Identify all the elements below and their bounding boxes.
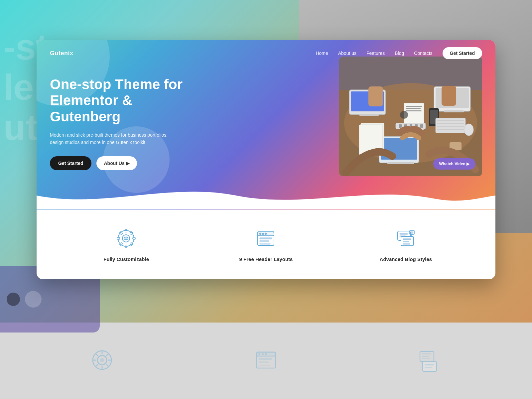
nav-contacts[interactable]: Contacts (414, 51, 432, 56)
feature-header-layouts: 9 Free Header Layouts (196, 220, 335, 269)
nav-features[interactable]: Features (366, 51, 385, 56)
svg-point-38 (400, 111, 408, 119)
svg-rect-78 (403, 239, 411, 240)
svg-rect-29 (387, 162, 414, 164)
feature-label-customizable: Fully Customizable (103, 256, 149, 262)
svg-rect-46 (368, 86, 383, 106)
navbar: Gutenix Home About us Features Blog Cont… (37, 40, 495, 66)
hero-image: Whatch Video ▶ (339, 57, 482, 176)
svg-rect-44 (420, 124, 423, 128)
features-section: Fully Customizable 9 Free Header La (37, 209, 495, 279)
bg-icon-blog (417, 347, 443, 375)
watch-video-button[interactable]: Whatch Video ▶ (433, 158, 475, 170)
feature-icon-blog (394, 227, 417, 250)
svg-point-72 (265, 233, 267, 235)
svg-rect-32 (406, 108, 421, 109)
svg-point-71 (262, 233, 264, 235)
nav-home[interactable]: Home (316, 51, 328, 56)
bg-overlay-circle (7, 293, 20, 306)
svg-point-7 (265, 353, 267, 355)
nav-about[interactable]: About us (338, 51, 356, 56)
svg-rect-15 (422, 353, 431, 354)
svg-rect-50 (437, 120, 464, 121)
hero-get-started-button[interactable]: Get Started (50, 156, 91, 170)
svg-rect-33 (406, 110, 422, 111)
svg-rect-82 (400, 236, 406, 237)
feature-blog-styles: Advanced Blog Styles (336, 220, 475, 269)
svg-rect-52 (437, 126, 464, 127)
svg-point-5 (258, 353, 260, 355)
svg-rect-83 (411, 232, 413, 232)
svg-rect-51 (437, 123, 464, 124)
svg-rect-74 (260, 240, 269, 242)
svg-rect-12 (423, 361, 437, 371)
bg-icon-header (253, 347, 279, 375)
background-bottom-area (0, 323, 532, 399)
svg-rect-40 (399, 124, 402, 128)
svg-rect-17 (422, 358, 430, 359)
svg-rect-84 (411, 233, 413, 234)
svg-rect-63 (119, 231, 123, 235)
feature-icon-header (254, 227, 278, 250)
svg-rect-79 (403, 241, 409, 242)
svg-rect-16 (422, 356, 429, 357)
nav-blog[interactable]: Blog (395, 51, 404, 56)
svg-rect-23 (359, 114, 379, 116)
svg-rect-81 (400, 233, 408, 234)
svg-rect-9 (259, 361, 269, 363)
logo: Gutenix (50, 50, 73, 57)
wave-divider (37, 182, 495, 209)
feature-customizable: Fully Customizable (57, 220, 196, 269)
svg-point-70 (260, 233, 261, 235)
bg-overlay-circle-2 (25, 291, 42, 308)
hero-title: One-stop Theme for Elementor & Gutenberg (50, 76, 196, 125)
main-window: Gutenix Home About us Features Blog Cont… (37, 40, 495, 279)
hero-about-us-button[interactable]: About Us ▶ (96, 156, 137, 170)
svg-rect-10 (259, 365, 270, 366)
feature-label-header: 9 Free Header Layouts (239, 256, 293, 262)
svg-rect-14 (425, 367, 432, 368)
svg-rect-80 (403, 243, 410, 244)
hero-subtitle: Modern and slick pre-built themes for bu… (50, 131, 180, 146)
navbar-cta-button[interactable]: Get Started (443, 47, 482, 59)
bg-icon-gear (89, 347, 115, 375)
svg-rect-75 (260, 243, 270, 244)
hero-buttons: Get Started About Us ▶ (50, 156, 196, 170)
svg-rect-53 (437, 129, 464, 130)
svg-point-54 (464, 124, 473, 136)
svg-rect-26 (444, 110, 464, 112)
svg-point-6 (262, 353, 264, 355)
svg-rect-48 (442, 86, 456, 106)
hero-content: One-stop Theme for Elementor & Gutenberg… (37, 66, 209, 170)
hero-section: Gutenix Home About us Features Blog Cont… (37, 40, 495, 209)
svg-rect-8 (259, 358, 272, 360)
feature-label-blog: Advanced Blog Styles (380, 256, 432, 262)
svg-rect-31 (406, 106, 422, 107)
svg-point-2 (100, 358, 104, 362)
feature-icon-gear (115, 227, 138, 250)
svg-rect-73 (260, 238, 272, 239)
svg-rect-13 (425, 364, 434, 365)
nav-links: Home About us Features Blog Contacts Get… (316, 47, 482, 59)
